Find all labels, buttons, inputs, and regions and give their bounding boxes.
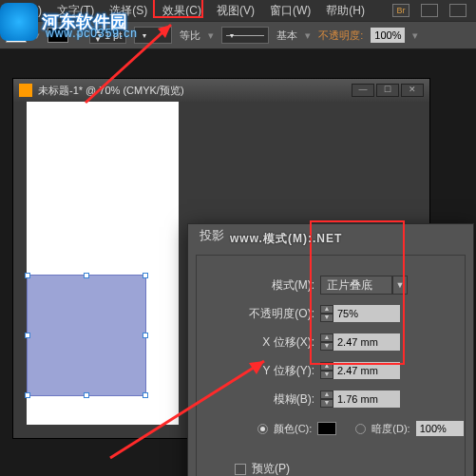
mode-dropdown-button[interactable]: ▼	[392, 276, 408, 295]
selected-rectangle[interactable]	[27, 275, 146, 396]
opacity-value[interactable]: 75%	[333, 305, 400, 322]
arrange-icon[interactable]	[421, 4, 438, 17]
window-maximize[interactable]: ☐	[376, 84, 399, 97]
menu-window[interactable]: 窗口(W)	[262, 3, 318, 19]
mode-select[interactable]: 正片叠底	[320, 276, 392, 295]
document-title: 未标题-1* @ 70% (CMYK/预览)	[38, 84, 184, 98]
color-radio[interactable]	[257, 424, 268, 434]
x-offset-stepper[interactable]: ▲▼	[320, 333, 333, 351]
mode-label: 模式(M):	[197, 277, 320, 294]
darkness-radio[interactable]	[355, 424, 366, 434]
fill-swatch[interactable]	[6, 28, 27, 43]
menu-select[interactable]: 选择(S)	[102, 3, 155, 19]
window-close[interactable]: ✕	[401, 84, 424, 97]
workspace: 未标题-1* @ 70% (CMYK/预览) — ☐ ✕ 投影 模式(M): 正…	[0, 49, 476, 476]
preview-checkbox[interactable]	[235, 464, 246, 475]
opacity-label: 不透明度:	[318, 29, 363, 43]
opacity-stepper[interactable]: ▲▼	[320, 305, 333, 322]
blur-stepper[interactable]: ▲▼	[320, 390, 333, 408]
darkness-label: 暗度(D):	[371, 422, 409, 436]
x-offset-value[interactable]: 2.47 mm	[333, 333, 400, 351]
opacity-label: 不透明度(O):	[197, 306, 320, 322]
x-offset-label: X 位移(X):	[197, 334, 320, 351]
stroke-swatch[interactable]	[48, 28, 68, 43]
stroke-weight-field[interactable]: ▲▼1 pt▾	[89, 27, 126, 44]
y-offset-stepper[interactable]: ▲▼	[320, 362, 333, 379]
shadow-color-swatch[interactable]	[317, 422, 336, 435]
artboard[interactable]	[27, 102, 179, 425]
menu-help[interactable]: 帮助(H)	[318, 3, 372, 19]
preview-label: 预览(P)	[252, 461, 290, 476]
menu-effect[interactable]: 效果(C)	[155, 3, 209, 19]
menu-view[interactable]: 视图(V)	[209, 3, 262, 19]
options-bar: ▾ ▾ ▲▼1 pt▾ ▾ 等比▾ ▾ 基本▾ 不透明度: 100%▾	[0, 21, 476, 49]
screen-mode-icon[interactable]	[449, 4, 466, 17]
blur-value[interactable]: 1.76 mm	[333, 390, 400, 408]
menu-type[interactable]: 文字(T)	[49, 3, 102, 19]
darkness-value[interactable]: 100%	[416, 421, 464, 436]
y-offset-value[interactable]: 2.47 mm	[333, 362, 400, 379]
document-titlebar: 未标题-1* @ 70% (CMYK/预览) — ☐ ✕	[13, 79, 429, 102]
menu-object[interactable]: †象(O)	[0, 3, 49, 19]
y-offset-label: Y 位移(Y):	[197, 363, 320, 379]
variable-width-profile[interactable]: ▾	[134, 27, 172, 44]
bridge-icon[interactable]: Br	[392, 4, 409, 17]
ai-doc-icon	[19, 84, 32, 97]
brush-def[interactable]: ▾	[221, 27, 269, 44]
style-label: 基本	[276, 29, 297, 43]
blur-label: 模糊(B):	[197, 391, 320, 408]
scale-label: 等比	[180, 29, 200, 43]
window-minimize[interactable]: —	[352, 84, 374, 97]
color-label: 颜色(C):	[274, 422, 312, 436]
menu-bar: †象(O) 文字(T) 选择(S) 效果(C) 视图(V) 窗口(W) 帮助(H…	[0, 0, 476, 21]
drop-shadow-dialog: 投影 模式(M): 正片叠底 ▼ 不透明度(O): ▲▼ 75% X 位移(X)…	[187, 223, 474, 476]
watermark-overlay: www.模式(M):.NET	[230, 231, 342, 247]
opacity-field[interactable]: 100%	[371, 28, 405, 43]
